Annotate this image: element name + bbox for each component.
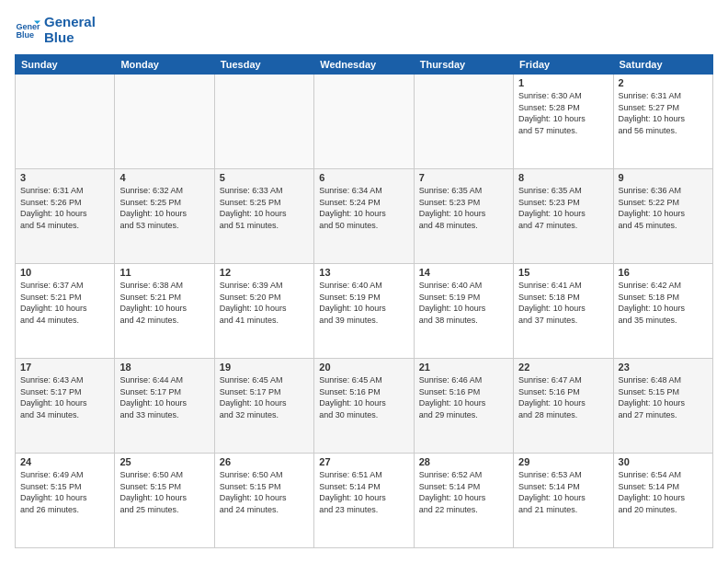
week-row-2: 3Sunrise: 6:31 AM Sunset: 5:26 PM Daylig…	[16, 169, 713, 264]
calendar-cell: 23Sunrise: 6:48 AM Sunset: 5:15 PM Dayli…	[613, 359, 712, 454]
calendar-cell: 12Sunrise: 6:39 AM Sunset: 5:20 PM Dayli…	[214, 264, 313, 359]
calendar-cell: 9Sunrise: 6:36 AM Sunset: 5:22 PM Daylig…	[613, 169, 712, 264]
day-info: Sunrise: 6:35 AM Sunset: 5:23 PM Dayligh…	[419, 185, 508, 231]
day-info: Sunrise: 6:49 AM Sunset: 5:15 PM Dayligh…	[20, 469, 109, 515]
day-info: Sunrise: 6:41 AM Sunset: 5:18 PM Dayligh…	[518, 280, 608, 326]
day-number: 21	[419, 362, 508, 373]
logo: General Blue GeneralBlue	[15, 15, 96, 45]
day-info: Sunrise: 6:32 AM Sunset: 5:25 PM Dayligh…	[119, 185, 209, 231]
calendar-table: SundayMondayTuesdayWednesdayThursdayFrid…	[15, 54, 713, 548]
calendar-cell: 30Sunrise: 6:54 AM Sunset: 5:14 PM Dayli…	[613, 454, 712, 548]
weekday-header-sunday: Sunday	[16, 55, 115, 75]
day-number: 4	[119, 172, 209, 183]
weekday-header-monday: Monday	[115, 55, 214, 75]
calendar-cell: 13Sunrise: 6:40 AM Sunset: 5:19 PM Dayli…	[314, 264, 414, 359]
calendar-cell: 29Sunrise: 6:53 AM Sunset: 5:14 PM Dayli…	[514, 454, 613, 548]
logo-text: GeneralBlue	[44, 15, 96, 45]
calendar-cell: 27Sunrise: 6:51 AM Sunset: 5:14 PM Dayli…	[314, 454, 414, 548]
day-info: Sunrise: 6:43 AM Sunset: 5:17 PM Dayligh…	[20, 374, 109, 420]
calendar-cell: 6Sunrise: 6:34 AM Sunset: 5:24 PM Daylig…	[314, 169, 414, 264]
day-info: Sunrise: 6:31 AM Sunset: 5:27 PM Dayligh…	[619, 90, 708, 136]
day-number: 10	[20, 267, 109, 278]
day-info: Sunrise: 6:46 AM Sunset: 5:16 PM Dayligh…	[419, 374, 508, 420]
day-info: Sunrise: 6:34 AM Sunset: 5:24 PM Dayligh…	[319, 185, 408, 231]
svg-text:Blue: Blue	[16, 30, 34, 40]
day-info: Sunrise: 6:47 AM Sunset: 5:16 PM Dayligh…	[518, 374, 608, 420]
day-number: 14	[419, 267, 508, 278]
day-number: 18	[119, 362, 209, 373]
calendar-cell: 8Sunrise: 6:35 AM Sunset: 5:23 PM Daylig…	[514, 169, 613, 264]
day-number: 13	[319, 267, 408, 278]
day-number: 22	[518, 362, 608, 373]
calendar-cell: 24Sunrise: 6:49 AM Sunset: 5:15 PM Dayli…	[16, 454, 115, 548]
calendar-cell: 2Sunrise: 6:31 AM Sunset: 5:27 PM Daylig…	[613, 75, 712, 169]
day-number: 11	[119, 267, 209, 278]
day-info: Sunrise: 6:53 AM Sunset: 5:14 PM Dayligh…	[518, 469, 608, 515]
calendar-cell	[314, 75, 414, 169]
day-number: 6	[319, 172, 408, 183]
calendar-cell: 20Sunrise: 6:45 AM Sunset: 5:16 PM Dayli…	[314, 359, 414, 454]
page: General Blue GeneralBlue SundayMondayTue…	[0, 0, 728, 563]
day-info: Sunrise: 6:37 AM Sunset: 5:21 PM Dayligh…	[20, 280, 109, 326]
day-number: 23	[619, 362, 708, 373]
day-info: Sunrise: 6:36 AM Sunset: 5:22 PM Dayligh…	[619, 185, 708, 231]
day-number: 28	[419, 456, 508, 467]
logo-icon: General Blue	[15, 17, 40, 43]
day-number: 20	[319, 362, 408, 373]
weekday-header-friday: Friday	[514, 55, 613, 75]
day-number: 30	[619, 456, 708, 467]
calendar-cell: 14Sunrise: 6:40 AM Sunset: 5:19 PM Dayli…	[414, 264, 513, 359]
calendar-cell	[214, 75, 313, 169]
calendar-cell	[16, 75, 115, 169]
calendar-cell: 22Sunrise: 6:47 AM Sunset: 5:16 PM Dayli…	[514, 359, 613, 454]
day-info: Sunrise: 6:51 AM Sunset: 5:14 PM Dayligh…	[319, 469, 408, 515]
day-info: Sunrise: 6:31 AM Sunset: 5:26 PM Dayligh…	[20, 185, 109, 231]
day-info: Sunrise: 6:45 AM Sunset: 5:17 PM Dayligh…	[220, 374, 309, 420]
day-info: Sunrise: 6:52 AM Sunset: 5:14 PM Dayligh…	[419, 469, 508, 515]
weekday-header-row: SundayMondayTuesdayWednesdayThursdayFrid…	[16, 55, 713, 75]
calendar-cell: 7Sunrise: 6:35 AM Sunset: 5:23 PM Daylig…	[414, 169, 513, 264]
day-info: Sunrise: 6:50 AM Sunset: 5:15 PM Dayligh…	[220, 469, 309, 515]
day-info: Sunrise: 6:42 AM Sunset: 5:18 PM Dayligh…	[619, 280, 708, 326]
day-info: Sunrise: 6:30 AM Sunset: 5:28 PM Dayligh…	[518, 90, 608, 136]
calendar-cell: 3Sunrise: 6:31 AM Sunset: 5:26 PM Daylig…	[16, 169, 115, 264]
calendar-cell: 26Sunrise: 6:50 AM Sunset: 5:15 PM Dayli…	[214, 454, 313, 548]
calendar-cell: 16Sunrise: 6:42 AM Sunset: 5:18 PM Dayli…	[613, 264, 712, 359]
calendar-cell: 19Sunrise: 6:45 AM Sunset: 5:17 PM Dayli…	[214, 359, 313, 454]
day-number: 19	[220, 362, 309, 373]
day-info: Sunrise: 6:40 AM Sunset: 5:19 PM Dayligh…	[419, 280, 508, 326]
day-info: Sunrise: 6:40 AM Sunset: 5:19 PM Dayligh…	[319, 280, 408, 326]
day-number: 27	[319, 456, 408, 467]
weekday-header-wednesday: Wednesday	[314, 55, 414, 75]
calendar-cell	[115, 75, 214, 169]
day-info: Sunrise: 6:54 AM Sunset: 5:14 PM Dayligh…	[619, 469, 708, 515]
day-number: 1	[518, 77, 608, 88]
calendar-cell: 10Sunrise: 6:37 AM Sunset: 5:21 PM Dayli…	[16, 264, 115, 359]
weekday-header-thursday: Thursday	[414, 55, 513, 75]
day-number: 3	[20, 172, 109, 183]
day-number: 25	[119, 456, 209, 467]
day-number: 24	[20, 456, 109, 467]
day-info: Sunrise: 6:33 AM Sunset: 5:25 PM Dayligh…	[220, 185, 309, 231]
calendar-cell: 11Sunrise: 6:38 AM Sunset: 5:21 PM Dayli…	[115, 264, 214, 359]
day-number: 17	[20, 362, 109, 373]
calendar-cell: 18Sunrise: 6:44 AM Sunset: 5:17 PM Dayli…	[115, 359, 214, 454]
week-row-3: 10Sunrise: 6:37 AM Sunset: 5:21 PM Dayli…	[16, 264, 713, 359]
day-number: 8	[518, 172, 608, 183]
day-info: Sunrise: 6:45 AM Sunset: 5:16 PM Dayligh…	[319, 374, 408, 420]
day-number: 15	[518, 267, 608, 278]
calendar-cell: 17Sunrise: 6:43 AM Sunset: 5:17 PM Dayli…	[16, 359, 115, 454]
calendar-cell: 21Sunrise: 6:46 AM Sunset: 5:16 PM Dayli…	[414, 359, 513, 454]
weekday-header-tuesday: Tuesday	[214, 55, 313, 75]
calendar-cell: 15Sunrise: 6:41 AM Sunset: 5:18 PM Dayli…	[514, 264, 613, 359]
day-number: 26	[220, 456, 309, 467]
calendar-cell	[414, 75, 513, 169]
day-number: 29	[518, 456, 608, 467]
week-row-4: 17Sunrise: 6:43 AM Sunset: 5:17 PM Dayli…	[16, 359, 713, 454]
weekday-header-saturday: Saturday	[613, 55, 712, 75]
calendar-cell: 5Sunrise: 6:33 AM Sunset: 5:25 PM Daylig…	[214, 169, 313, 264]
day-number: 16	[619, 267, 708, 278]
day-info: Sunrise: 6:39 AM Sunset: 5:20 PM Dayligh…	[220, 280, 309, 326]
day-number: 9	[619, 172, 708, 183]
day-number: 7	[419, 172, 508, 183]
